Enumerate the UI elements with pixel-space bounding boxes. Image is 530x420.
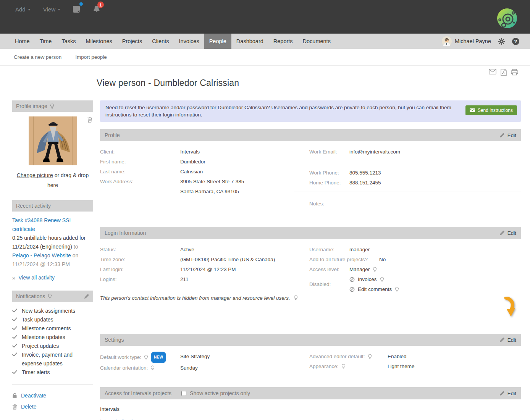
work-phone-label: Work Phone:: [309, 168, 349, 178]
client-value-link[interactable]: Intervals: [180, 147, 200, 157]
view-all-activity-link[interactable]: View all activity: [18, 273, 55, 282]
show-active-projects-checkbox[interactable]: [181, 391, 186, 396]
add-menu[interactable]: Add ▾: [15, 6, 30, 13]
work-address-label: Work Address:: [100, 177, 180, 187]
lightbulb-icon[interactable]: [380, 277, 384, 283]
nav-tab-home[interactable]: Home: [10, 34, 35, 49]
lightbulb-icon[interactable]: [48, 294, 52, 299]
chevrons-right-icon: »: [12, 273, 15, 282]
notifications-list: New task assignments Task updates Milest…: [12, 307, 93, 377]
no-entry-icon: [349, 277, 355, 282]
task-link[interactable]: Task #34088 Renew SSL certificate: [12, 217, 72, 232]
notes-icon[interactable]: [73, 6, 80, 13]
chevron-down-icon: ▾: [28, 7, 30, 11]
pencil-icon: [499, 132, 505, 138]
access-title: Access for Intervals projects: [105, 390, 171, 396]
view-menu[interactable]: View ▾: [43, 6, 60, 13]
avatar: [442, 36, 452, 46]
divider: [294, 161, 521, 161]
check-icon: [12, 370, 17, 374]
nav-tab-time[interactable]: Time: [35, 34, 57, 49]
lightbulb-icon[interactable]: [368, 354, 372, 360]
edit-login-button[interactable]: Edit: [499, 230, 516, 236]
project-link[interactable]: Pelago - Pelago Website: [12, 252, 71, 258]
edit-access-button[interactable]: Edit: [499, 391, 516, 396]
main-nav: Home Time Tasks Milestones Projects Clie…: [0, 34, 530, 49]
deactivate-action[interactable]: Deactivate: [12, 390, 93, 401]
work-address-line2: Santa Barbara, CA 93105: [180, 187, 239, 197]
lightbulb-icon[interactable]: [341, 364, 346, 370]
check-icon: [12, 344, 17, 348]
check-icon: [12, 309, 17, 313]
sidebar: Profile image: [12, 100, 93, 412]
help-icon[interactable]: ?: [512, 38, 519, 45]
change-picture-link[interactable]: Change picture: [17, 172, 53, 178]
appearance-value: Light theme: [388, 362, 415, 372]
import-people-link[interactable]: Import people: [75, 54, 107, 60]
print-icon[interactable]: [511, 69, 518, 76]
nav-tab-milestones[interactable]: Milestones: [81, 34, 117, 49]
edit-profile-button[interactable]: Edit: [499, 132, 516, 138]
notification-item: Milestone updates: [12, 333, 93, 342]
recent-activity-header: Recent activity: [12, 200, 93, 212]
work-email-value-link[interactable]: info@myintervals.com: [349, 147, 400, 157]
nav-tab-documents[interactable]: Documents: [298, 34, 336, 49]
edit-notifications-pencil-icon[interactable]: [84, 294, 89, 299]
future-projects-value: No: [379, 255, 386, 265]
profile-section: Profile Edit Client:Intervals First name…: [100, 129, 521, 225]
view-menu-label: View: [43, 6, 55, 13]
work-email-label: Work Email:: [309, 147, 349, 157]
appearance-label: Appearance:: [309, 362, 388, 372]
nav-tab-dashboard[interactable]: Dashboard: [231, 34, 268, 49]
change-picture-caption: Change picture or drag & drop here: [12, 170, 93, 190]
last-login-label: Last login:: [100, 265, 180, 275]
deactivate-link[interactable]: Deactivate: [21, 390, 46, 401]
lightbulb-icon[interactable]: [50, 103, 54, 109]
divider: [294, 192, 521, 192]
client-label: Client:: [100, 147, 180, 157]
delete-link[interactable]: Delete: [21, 401, 36, 412]
nav-tab-invoices[interactable]: Invoices: [174, 34, 204, 49]
first-name-label: First name:: [100, 157, 180, 167]
pencil-icon: [499, 230, 505, 236]
gear-icon[interactable]: [498, 38, 505, 45]
lightbulb-icon[interactable]: [373, 267, 377, 273]
timezone-value: (GMT-08:00) Pacific Time (US & Canada): [180, 255, 275, 265]
nav-tab-tasks[interactable]: Tasks: [57, 34, 81, 49]
delete-action[interactable]: Delete: [12, 401, 93, 412]
check-icon: [12, 352, 17, 357]
pencil-icon: [499, 337, 505, 342]
status-label: Status:: [100, 245, 180, 255]
nav-tab-people[interactable]: People: [204, 34, 231, 49]
lightbulb-icon[interactable]: [144, 355, 148, 360]
lightbulb-icon[interactable]: [395, 287, 399, 292]
first-name-value: Dumbledor: [180, 157, 205, 167]
logins-label: Logins:: [100, 275, 180, 284]
access-project-intervals-continuum-link[interactable]: Intervals Continuum: [100, 418, 146, 420]
nav-tab-clients[interactable]: Clients: [147, 34, 174, 49]
email-icon[interactable]: [489, 69, 496, 76]
lightbulb-icon[interactable]: [294, 295, 298, 301]
profile-section-title: Profile: [105, 132, 120, 138]
send-instructions-button[interactable]: Send instructions: [465, 105, 517, 115]
nav-tab-projects[interactable]: Projects: [117, 34, 147, 49]
last-name-value: Calrissian: [180, 167, 203, 177]
pdf-icon[interactable]: [501, 69, 507, 76]
show-active-projects-label: Show active projects only: [190, 390, 250, 396]
lightbulb-icon[interactable]: [150, 365, 155, 371]
user-menu[interactable]: Michael Payne: [442, 36, 491, 46]
logins-value: 211: [180, 275, 189, 284]
sidebar-divider: [12, 384, 93, 385]
create-person-link[interactable]: Create a new person: [14, 54, 61, 60]
last-login-value: 11/21/2024 @ 12:23 PM: [180, 265, 236, 275]
project-access-list-section: Access for Intervals projects Show activ…: [100, 387, 521, 420]
notifications-header: Notifications: [12, 291, 93, 302]
envelope-icon: [470, 108, 475, 112]
notification-item: Invoice, payment and expense updates: [12, 351, 93, 368]
bell-icon[interactable]: 1: [93, 5, 100, 13]
nav-tab-reports[interactable]: Reports: [268, 34, 298, 49]
advanced-editor-value: Enabled: [388, 352, 407, 362]
activity-to: to: [74, 244, 78, 250]
delete-photo-trash-icon[interactable]: [87, 116, 92, 123]
edit-settings-button[interactable]: Edit: [499, 337, 516, 343]
